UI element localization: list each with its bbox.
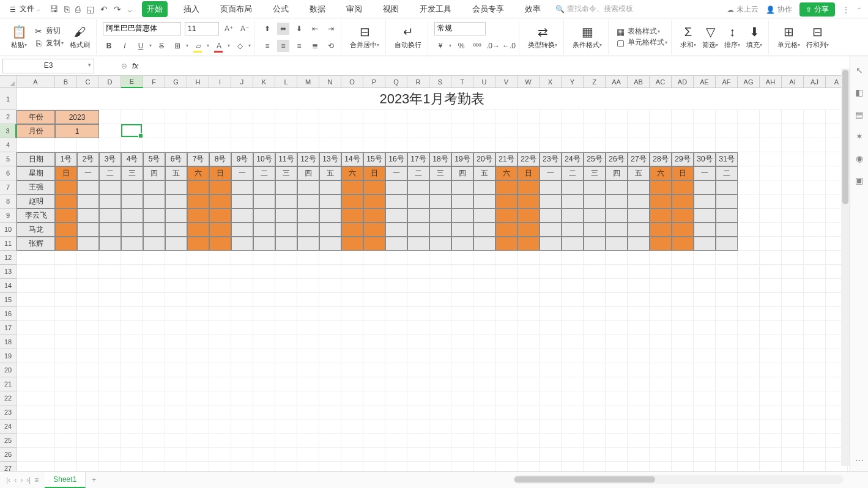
col-header-D[interactable]: D — [99, 76, 121, 88]
cell-D21[interactable] — [99, 377, 121, 391]
cell-N6[interactable]: 五 — [319, 166, 341, 180]
cell-G21[interactable] — [165, 377, 187, 391]
cell-Z10[interactable] — [584, 223, 606, 237]
cell-B19[interactable] — [55, 349, 77, 363]
cell-G24[interactable] — [165, 420, 187, 434]
cell-O8[interactable] — [341, 194, 363, 209]
cell-P27[interactable] — [363, 462, 385, 471]
cell-J3[interactable] — [231, 124, 253, 138]
formula-input[interactable] — [142, 59, 868, 73]
menu-tab-插入[interactable]: 插入 — [179, 1, 204, 17]
cell-W4[interactable] — [517, 138, 540, 152]
cell-N5[interactable]: 13号 — [319, 152, 341, 166]
cell-U8[interactable] — [473, 194, 495, 209]
cell-AF7[interactable] — [716, 180, 738, 194]
row-header-23[interactable]: 23 — [0, 405, 17, 420]
cell-AA3[interactable] — [606, 124, 628, 138]
cell-B16[interactable] — [55, 307, 77, 321]
cell-H6[interactable]: 六 — [187, 166, 209, 180]
cell-AF19[interactable] — [716, 349, 738, 363]
cell-U18[interactable] — [473, 335, 495, 349]
cell-L12[interactable] — [275, 251, 297, 265]
cell-J21[interactable] — [231, 377, 253, 391]
cell-AG16[interactable] — [738, 307, 760, 321]
cell-R23[interactable] — [407, 405, 429, 420]
cell-O7[interactable] — [341, 180, 363, 194]
cell-S25[interactable] — [429, 434, 451, 448]
cell-P4[interactable] — [363, 138, 385, 152]
cell-G26[interactable] — [165, 448, 187, 462]
cell-J24[interactable] — [231, 420, 253, 434]
cell-Z26[interactable] — [584, 448, 606, 462]
cell-G7[interactable] — [165, 180, 187, 194]
cell-E23[interactable] — [121, 405, 143, 420]
cell-R5[interactable]: 17号 — [407, 152, 429, 166]
cell-X16[interactable] — [540, 307, 562, 321]
cell-B17[interactable] — [55, 321, 77, 335]
fill-color-button[interactable]: ▱ — [192, 40, 204, 52]
cell-P5[interactable]: 15号 — [363, 152, 385, 166]
orientation-button[interactable]: ⟲ — [325, 40, 337, 52]
horizontal-scrollbar[interactable] — [513, 475, 844, 484]
cell-N27[interactable] — [319, 462, 341, 471]
cell-AD5[interactable]: 29号 — [672, 152, 694, 166]
cell-AE6[interactable]: 一 — [694, 166, 716, 180]
cell-AA8[interactable] — [606, 194, 628, 209]
saveas-icon[interactable]: ⎘ — [64, 4, 69, 14]
cell-W2[interactable] — [517, 110, 540, 124]
redo-icon[interactable]: ↷ — [114, 4, 121, 14]
decrease-decimal-button[interactable]: ←.0 — [503, 40, 515, 52]
cell-AH3[interactable] — [760, 124, 782, 138]
cell-L19[interactable] — [275, 349, 297, 363]
cell-G16[interactable] — [165, 307, 187, 321]
cell-AA11[interactable] — [606, 237, 628, 251]
cell-AI14[interactable] — [782, 279, 804, 293]
cell-R4[interactable] — [407, 138, 429, 152]
cell-Q22[interactable] — [385, 391, 407, 405]
cell-L7[interactable] — [275, 180, 297, 194]
cell-J22[interactable] — [231, 391, 253, 405]
cell-AJ26[interactable] — [804, 448, 826, 462]
cell-AH13[interactable] — [760, 265, 782, 279]
cell-T3[interactable] — [451, 124, 473, 138]
cell-M19[interactable] — [297, 349, 319, 363]
cell-X24[interactable] — [540, 420, 562, 434]
cell-L5[interactable]: 11号 — [275, 152, 297, 166]
cell-AD6[interactable]: 日 — [672, 166, 694, 180]
cell-A26[interactable] — [17, 448, 55, 462]
cell-AD18[interactable] — [672, 335, 694, 349]
cell-I23[interactable] — [209, 405, 231, 420]
cell-F6[interactable]: 四 — [143, 166, 165, 180]
cell-AA18[interactable] — [606, 335, 628, 349]
cell-AE24[interactable] — [694, 420, 716, 434]
cell-AC22[interactable] — [650, 391, 672, 405]
cell-D25[interactable] — [99, 434, 121, 448]
cell-Z12[interactable] — [584, 251, 606, 265]
cell-Z3[interactable] — [584, 124, 606, 138]
cell-N22[interactable] — [319, 391, 341, 405]
cell-N11[interactable] — [319, 237, 341, 251]
cell-U26[interactable] — [473, 448, 495, 462]
cell-E21[interactable] — [121, 377, 143, 391]
cell-I15[interactable] — [209, 293, 231, 307]
cell-Q21[interactable] — [385, 377, 407, 391]
cell-AJ5[interactable] — [804, 152, 826, 166]
cell-T14[interactable] — [451, 279, 473, 293]
cell-F4[interactable] — [143, 138, 165, 152]
cell-J17[interactable] — [231, 321, 253, 335]
cell-K6[interactable]: 二 — [253, 166, 275, 180]
cell-V15[interactable] — [495, 293, 517, 307]
cell-A6[interactable]: 星期 — [17, 166, 55, 180]
cell-S17[interactable] — [429, 321, 451, 335]
cell-AF5[interactable]: 31号 — [716, 152, 738, 166]
cell-O16[interactable] — [341, 307, 363, 321]
cell-AG23[interactable] — [738, 405, 760, 420]
cell-S7[interactable] — [429, 180, 451, 194]
cell-H22[interactable] — [187, 391, 209, 405]
cell-G2[interactable] — [165, 110, 187, 124]
col-header-E[interactable]: E — [121, 76, 143, 88]
cell-AG6[interactable] — [738, 166, 760, 180]
cell-Z22[interactable] — [584, 391, 606, 405]
cell-AE23[interactable] — [694, 405, 716, 420]
cell-AC24[interactable] — [650, 420, 672, 434]
